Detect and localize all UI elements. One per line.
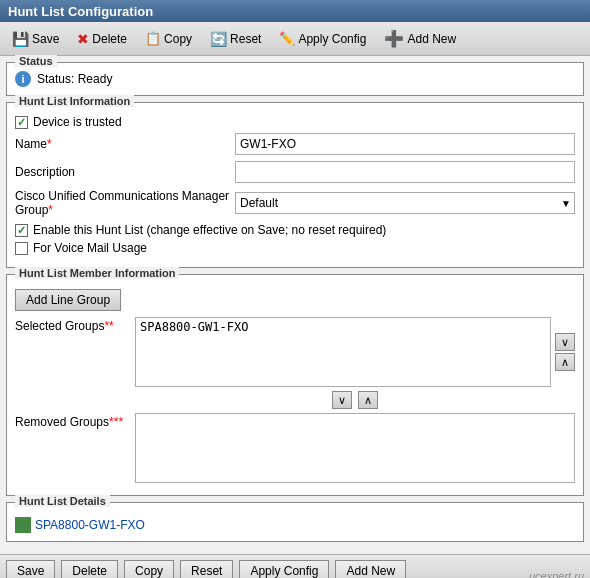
move-up-button[interactable]: ∧ — [555, 353, 575, 371]
removed-groups-textarea[interactable] — [135, 413, 575, 483]
delete-button[interactable]: ✖ Delete — [71, 29, 133, 49]
name-input[interactable] — [235, 133, 575, 155]
bottom-save-button[interactable]: Save — [6, 560, 55, 578]
hunt-list-details-title: Hunt List Details — [15, 495, 110, 507]
status-content: i Status: Ready — [7, 63, 583, 95]
bottom-add-label: Add New — [346, 564, 395, 578]
member-info-title: Hunt List Member Information — [15, 267, 179, 279]
main-content: Status i Status: Ready Hunt List Informa… — [0, 56, 590, 554]
description-input[interactable] — [235, 161, 575, 183]
removed-groups-label: Removed Groups — [15, 415, 109, 429]
removed-groups-container — [135, 413, 575, 483]
enable-checkbox[interactable]: ✓ — [15, 224, 28, 237]
description-label-container: Description — [15, 165, 235, 179]
add-icon: ➕ — [384, 29, 404, 48]
removed-groups-required: *** — [109, 415, 123, 429]
bottom-add-button[interactable]: Add New — [335, 560, 406, 578]
title-bar-label: Hunt List Configuration — [8, 4, 153, 19]
voicemail-checkbox[interactable] — [15, 242, 28, 255]
selected-groups-container: SPA8800-GW1-FXO ∨ ∧ — [135, 317, 575, 387]
status-text: Status: Ready — [37, 72, 112, 86]
apply-config-button[interactable]: ✏️ Apply Config — [273, 29, 372, 48]
bottom-delete-label: Delete — [72, 564, 107, 578]
info-icon: i — [15, 71, 31, 87]
device-trusted-checkmark: ✓ — [17, 116, 26, 129]
hunt-list-details-content: SPA8800-GW1-FXO — [7, 503, 583, 541]
removed-groups-label-container: Removed Groups*** — [15, 413, 135, 429]
status-section: Status i Status: Ready — [6, 62, 584, 96]
cucm-group-row: Cisco Unified Communications Manager Gro… — [15, 189, 575, 217]
selected-groups-row: Selected Groups** SPA8800-GW1-FXO ∨ ∧ — [15, 317, 575, 387]
name-row: Name* — [15, 133, 575, 155]
add-line-group-label: Add Line Group — [26, 293, 110, 307]
delete-icon: ✖ — [77, 31, 89, 47]
device-trusted-label: Device is trusted — [33, 115, 122, 129]
hunt-list-details-link[interactable]: SPA8800-GW1-FXO — [15, 517, 575, 533]
bottom-toolbar: Save Delete Copy Reset Apply Config Add … — [0, 554, 590, 578]
move-btns-right: ∨ ∧ — [555, 333, 575, 371]
save-button[interactable]: 💾 Save — [6, 29, 65, 49]
apply-icon: ✏️ — [279, 31, 295, 46]
restore-group-button[interactable]: ∧ — [358, 391, 378, 409]
add-label: Add New — [407, 32, 456, 46]
removed-groups-row: Removed Groups*** — [15, 413, 575, 483]
title-bar: Hunt List Configuration — [0, 0, 590, 22]
bottom-reset-label: Reset — [191, 564, 222, 578]
center-move-btns: ∨ ∧ — [135, 391, 575, 409]
enable-row: ✓ Enable this Hunt List (change effectiv… — [15, 223, 575, 237]
description-row: Description — [15, 161, 575, 183]
enable-checkmark: ✓ — [17, 224, 26, 237]
bottom-apply-button[interactable]: Apply Config — [239, 560, 329, 578]
enable-label: Enable this Hunt List (change effective … — [33, 223, 386, 237]
hunt-list-info-title: Hunt List Information — [15, 95, 134, 107]
name-label: Name — [15, 137, 47, 151]
apply-label: Apply Config — [298, 32, 366, 46]
reset-button[interactable]: 🔄 Reset — [204, 29, 267, 49]
bottom-save-label: Save — [17, 564, 44, 578]
cucm-group-required: * — [48, 203, 53, 217]
save-label: Save — [32, 32, 59, 46]
voicemail-label: For Voice Mail Usage — [33, 241, 147, 255]
selected-groups-label-container: Selected Groups** — [15, 317, 135, 333]
link-icon — [15, 517, 31, 533]
hunt-list-info-section: Hunt List Information ✓ Device is truste… — [6, 102, 584, 268]
add-line-group-button[interactable]: Add Line Group — [15, 289, 121, 311]
copy-label: Copy — [164, 32, 192, 46]
selected-groups-textarea[interactable]: SPA8800-GW1-FXO — [135, 317, 551, 387]
reset-icon: 🔄 — [210, 31, 227, 47]
member-info-section: Hunt List Member Information Add Line Gr… — [6, 274, 584, 496]
cucm-group-select[interactable]: Default — [235, 192, 575, 214]
bottom-copy-button[interactable]: Copy — [124, 560, 174, 578]
cucm-group-select-container: Default ▼ — [235, 192, 575, 214]
delete-label: Delete — [92, 32, 127, 46]
reset-label: Reset — [230, 32, 261, 46]
voicemail-row: For Voice Mail Usage — [15, 241, 575, 255]
top-toolbar: 💾 Save ✖ Delete 📋 Copy 🔄 Reset ✏️ Apply … — [0, 22, 590, 56]
name-label-container: Name* — [15, 137, 235, 151]
hunt-list-details-link-text: SPA8800-GW1-FXO — [35, 518, 145, 532]
member-info-content: Add Line Group Selected Groups** SPA8800… — [7, 275, 583, 495]
bottom-delete-button[interactable]: Delete — [61, 560, 118, 578]
cucm-group-label-container: Cisco Unified Communications Manager Gro… — [15, 189, 235, 217]
bottom-apply-label: Apply Config — [250, 564, 318, 578]
hunt-list-info-content: ✓ Device is trusted Name* Description — [7, 103, 583, 267]
hunt-list-details-section: Hunt List Details SPA8800-GW1-FXO — [6, 502, 584, 542]
copy-button[interactable]: 📋 Copy — [139, 29, 198, 48]
copy-icon: 📋 — [145, 31, 161, 46]
device-trusted-checkbox[interactable]: ✓ — [15, 116, 28, 129]
selected-groups-label: Selected Groups — [15, 319, 104, 333]
bottom-reset-button[interactable]: Reset — [180, 560, 233, 578]
bottom-copy-label: Copy — [135, 564, 163, 578]
save-icon: 💾 — [12, 31, 29, 47]
device-trusted-row: ✓ Device is trusted — [15, 115, 575, 129]
move-down-button[interactable]: ∨ — [555, 333, 575, 351]
selected-groups-required: ** — [104, 319, 113, 333]
name-required: * — [47, 137, 52, 151]
description-label: Description — [15, 165, 75, 179]
status-section-title: Status — [15, 55, 57, 67]
add-new-button[interactable]: ➕ Add New — [378, 27, 462, 50]
watermark: ucexpert.ru — [529, 570, 584, 578]
remove-group-button[interactable]: ∨ — [332, 391, 352, 409]
